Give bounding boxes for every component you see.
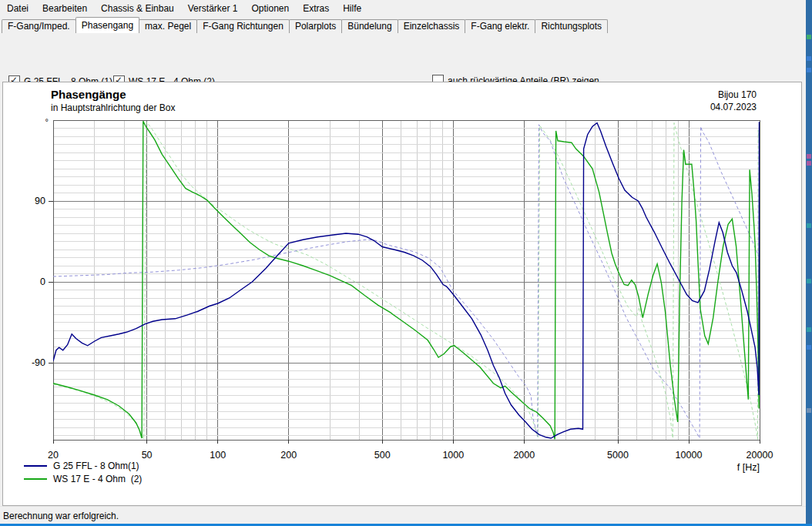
- status-message: Berechnung war erfolgreich.: [3, 511, 119, 521]
- menu-chassis-einbau[interactable]: Chassis & Einbau: [94, 1, 181, 16]
- edge-mark: [807, 327, 811, 332]
- tab-einzelchassis[interactable]: Einzelchassis: [398, 19, 466, 33]
- svg-text:5000: 5000: [607, 450, 629, 461]
- svg-text:f [Hz]: f [Hz]: [737, 462, 760, 473]
- svg-text:500: 500: [374, 450, 391, 461]
- tab-fgang-imped[interactable]: F-Gang/Imped.: [2, 19, 76, 33]
- svg-text:0: 0: [40, 276, 45, 287]
- edge-mark: [807, 345, 811, 350]
- svg-text:100: 100: [210, 450, 226, 461]
- tab-max-pegel[interactable]: max. Pegel: [139, 19, 197, 33]
- legend-item-ws17e: WS 17 E - 4 Ohm (2): [24, 472, 142, 485]
- svg-text:2000: 2000: [513, 450, 535, 461]
- svg-text:90: 90: [35, 196, 45, 206]
- legend-item-g25ffl: G 25 FFL - 8 Ohm(1): [24, 459, 142, 472]
- menu-bar: Datei Bearbeiten Chassis & Einbau Verstä…: [0, 0, 806, 17]
- menu-verstaerker-1[interactable]: Verstärker 1: [181, 1, 245, 16]
- tab-phasengang[interactable]: Phasengang: [75, 17, 139, 33]
- edge-mark: [807, 279, 811, 283]
- svg-text:°: °: [45, 117, 49, 126]
- edge-mark: [807, 68, 811, 72]
- menu-hilfe[interactable]: Hilfe: [336, 1, 368, 16]
- menu-extras[interactable]: Extras: [296, 1, 336, 16]
- tab-fgang-elektr[interactable]: F-Gang elektr.: [465, 19, 535, 33]
- tab-richtungsplots[interactable]: Richtungsplots: [535, 19, 608, 33]
- chart-legend: G 25 FFL - 8 Ohm(1) WS 17 E - 4 Ohm (2): [24, 459, 142, 485]
- svg-text:1000: 1000: [442, 450, 464, 461]
- legend-line-green: [24, 478, 47, 480]
- legend-label: G 25 FFL - 8 Ohm(1): [53, 461, 139, 471]
- svg-text:200: 200: [280, 450, 297, 461]
- svg-text:-90: -90: [32, 357, 45, 368]
- svg-text:20000: 20000: [747, 450, 773, 461]
- tab-polarplots[interactable]: Polarplots: [289, 19, 342, 33]
- tab-buendelung[interactable]: Bündelung: [341, 19, 398, 33]
- edge-mark: [807, 56, 811, 61]
- edge-mark: [807, 408, 811, 413]
- menu-optionen[interactable]: Optionen: [244, 1, 296, 16]
- options-toolbar: G 25 FFL - 8 Ohm (1) WS 17 E - 4 Ohm (2)…: [0, 33, 806, 82]
- edge-mark: [807, 154, 811, 159]
- edge-mark: [807, 161, 811, 166]
- edge-mark: [807, 35, 811, 39]
- legend-line-blue: [24, 465, 47, 467]
- menu-bearbeiten[interactable]: Bearbeiten: [35, 1, 94, 16]
- tab-bar: F-Gang/Imped. Phasengang max. Pegel F-Ga…: [2, 17, 607, 33]
- menu-datei[interactable]: Datei: [0, 1, 35, 16]
- edge-mark: [807, 223, 811, 228]
- background-window-edge[interactable]: [806, 0, 812, 526]
- tab-fgang-richtungen[interactable]: F-Gang Richtungen: [196, 19, 290, 33]
- chart-panel: Phasengänge in Hauptstrahlrichtung der B…: [2, 82, 802, 506]
- svg-text:50: 50: [142, 450, 153, 461]
- phase-plot: 20501002005001000200050001000020000f [Hz…: [3, 82, 801, 505]
- legend-label: WS 17 E - 4 Ohm (2): [53, 474, 142, 484]
- svg-text:10000: 10000: [676, 450, 703, 461]
